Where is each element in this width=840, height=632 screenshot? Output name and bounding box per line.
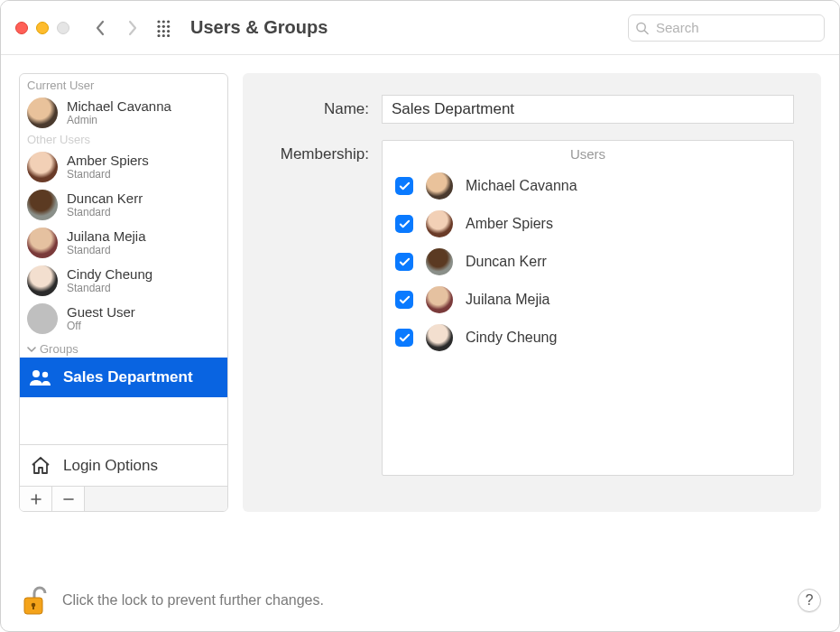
sidebar-item-user[interactable]: Duncan Kerr Standard — [20, 186, 227, 224]
forward-button[interactable] — [124, 17, 142, 39]
sidebar-item-guest-user[interactable]: Guest User Off — [20, 300, 227, 338]
name-label: Name: — [270, 95, 369, 118]
avatar — [426, 324, 453, 351]
membership-checkbox[interactable] — [395, 329, 413, 347]
sidebar-item-role: Admin — [67, 115, 171, 127]
sidebar-header-groups[interactable]: Groups — [20, 338, 227, 358]
check-icon — [399, 332, 411, 344]
svg-point-8 — [162, 30, 165, 33]
help-button[interactable]: ? — [798, 589, 821, 612]
footer-spacer — [85, 487, 227, 511]
sidebar-item-role: Off — [67, 321, 135, 333]
detail-pane: Name: Membership: Users Michael Cavanna — [243, 73, 821, 512]
lock-row: Click the lock to prevent further change… — [19, 582, 821, 618]
sidebar-header-current-user: Current User — [20, 74, 227, 94]
svg-point-16 — [42, 372, 48, 377]
sidebar-item-role: Standard — [67, 245, 146, 257]
sidebar-item-role: Standard — [67, 207, 143, 219]
sidebar-item-name: Amber Spiers — [67, 153, 149, 168]
membership-row: Cindy Cheung — [383, 319, 793, 357]
preferences-window: Users & Groups Current User Michael Cava… — [0, 0, 840, 632]
svg-point-15 — [32, 370, 40, 377]
search-icon — [635, 21, 649, 34]
sidebar-item-user[interactable]: Juilana Mejia Standard — [20, 224, 227, 262]
membership-user-name: Duncan Kerr — [466, 254, 547, 270]
sidebar-item-group[interactable]: Sales Department — [20, 358, 227, 397]
avatar — [27, 303, 58, 334]
house-icon — [27, 455, 54, 477]
sidebar-item-login-options[interactable]: Login Options — [20, 444, 227, 486]
svg-point-6 — [167, 24, 170, 27]
traffic-lights — [15, 22, 69, 34]
membership-row: Amber Spiers — [383, 205, 793, 243]
svg-point-2 — [167, 20, 170, 23]
svg-point-4 — [157, 24, 160, 27]
plus-icon — [31, 494, 42, 505]
svg-point-9 — [167, 30, 170, 33]
sidebar-footer — [20, 486, 227, 511]
nav-buttons — [91, 17, 142, 39]
search-wrap — [628, 14, 825, 42]
close-window-button[interactable] — [15, 22, 28, 34]
grid-icon — [156, 19, 174, 37]
sidebar-item-current-user[interactable]: Michael Cavanna Admin — [20, 94, 227, 132]
membership-checkbox[interactable] — [395, 253, 413, 271]
unlocked-padlock-icon — [19, 582, 50, 618]
sidebar-item-user[interactable]: Cindy Cheung Standard — [20, 262, 227, 300]
check-icon — [399, 218, 411, 230]
sidebar: Current User Michael Cavanna Admin Other… — [19, 73, 228, 512]
content-area: Current User Michael Cavanna Admin Other… — [1, 55, 839, 631]
lock-description: Click the lock to prevent further change… — [62, 592, 324, 609]
membership-list: Users Michael Cavanna Amber Spiers — [382, 140, 794, 476]
svg-point-10 — [157, 34, 160, 37]
check-icon — [399, 294, 411, 306]
membership-checkbox[interactable] — [395, 215, 413, 233]
question-mark-icon: ? — [806, 592, 814, 609]
sidebar-item-name: Guest User — [67, 304, 135, 320]
back-button[interactable] — [91, 17, 109, 39]
svg-point-0 — [157, 20, 160, 23]
svg-line-14 — [644, 30, 648, 33]
remove-button[interactable] — [52, 487, 85, 511]
lock-button[interactable] — [19, 582, 50, 618]
titlebar: Users & Groups — [1, 1, 839, 55]
sidebar-item-name: Cindy Cheung — [67, 266, 152, 282]
svg-point-7 — [157, 30, 160, 33]
check-icon — [399, 181, 411, 192]
group-icon — [27, 368, 54, 386]
avatar — [426, 210, 453, 237]
sidebar-item-role: Standard — [67, 169, 149, 181]
search-input[interactable] — [628, 14, 825, 42]
chevron-left-icon — [95, 20, 106, 36]
chevron-down-icon — [27, 345, 36, 354]
svg-point-11 — [162, 34, 165, 37]
sidebar-header-other-users: Other Users — [20, 128, 227, 148]
membership-user-name: Michael Cavanna — [466, 178, 577, 194]
membership-user-name: Amber Spiers — [466, 216, 553, 232]
check-icon — [399, 256, 411, 268]
sidebar-item-name: Michael Cavanna — [67, 98, 171, 114]
minimize-window-button[interactable] — [36, 22, 49, 34]
group-name-input[interactable] — [382, 95, 794, 124]
svg-point-5 — [162, 24, 165, 27]
membership-checkbox[interactable] — [395, 291, 413, 309]
membership-checkbox[interactable] — [395, 177, 413, 195]
zoom-window-button[interactable] — [57, 22, 69, 34]
add-button[interactable] — [20, 487, 52, 511]
avatar — [27, 228, 58, 258]
membership-column-header: Users — [383, 141, 793, 167]
sidebar-item-user[interactable]: Amber Spiers Standard — [20, 148, 227, 186]
avatar — [27, 152, 58, 182]
page-title: Users & Groups — [190, 17, 328, 38]
chevron-right-icon — [127, 20, 138, 36]
membership-row: Duncan Kerr — [383, 243, 793, 281]
show-all-prefs-button[interactable] — [156, 19, 174, 37]
svg-point-1 — [162, 20, 165, 23]
membership-row: Juilana Mejia — [383, 281, 793, 319]
avatar — [27, 190, 58, 220]
sidebar-item-name: Juilana Mejia — [67, 228, 146, 244]
svg-point-12 — [167, 34, 170, 37]
membership-user-name: Cindy Cheung — [466, 330, 557, 346]
login-options-label: Login Options — [63, 457, 158, 475]
avatar — [426, 286, 453, 313]
